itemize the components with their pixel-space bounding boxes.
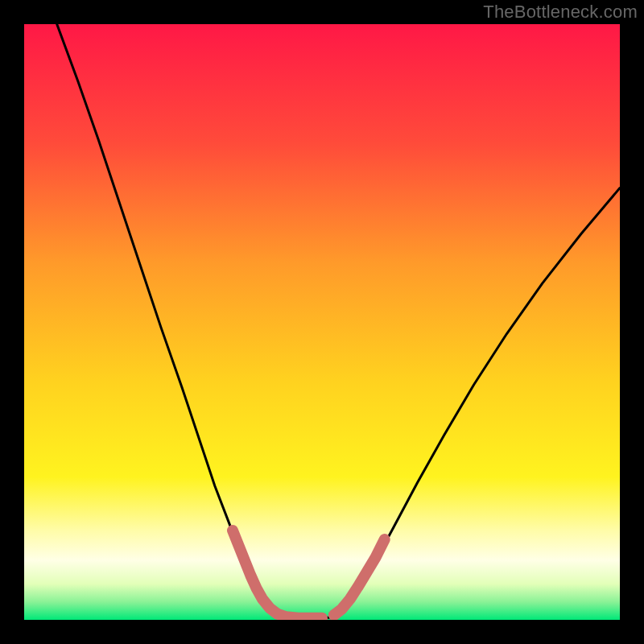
gradient-background	[24, 24, 620, 620]
plot-area	[24, 24, 620, 620]
chart-frame: TheBottleneck.com	[0, 0, 644, 644]
bottleneck-chart	[24, 24, 620, 620]
watermark-label: TheBottleneck.com	[483, 2, 638, 23]
